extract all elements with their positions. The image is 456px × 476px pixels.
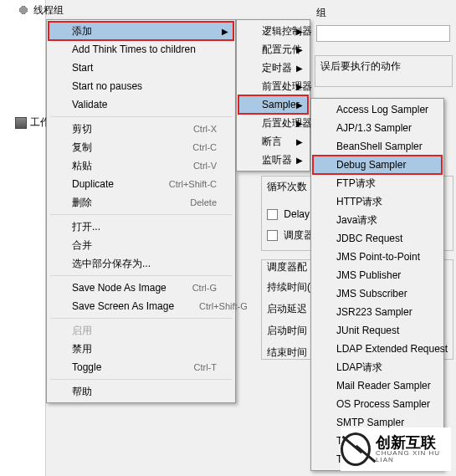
- menu-item-label: Access Log Sampler: [336, 104, 428, 115]
- menu-item-label: Validate: [72, 99, 217, 110]
- menu-item-label: JMS Publisher: [336, 269, 425, 281]
- sampler-menu-item-ldap-extended-request[interactable]: LDAP Extended Request: [313, 340, 442, 358]
- checkbox-icon: [267, 230, 278, 241]
- sampler-menu-item-access-log-sampler[interactable]: Access Log Sampler: [313, 100, 442, 119]
- menu-item-label: Add Think Times to children: [72, 44, 217, 55]
- add-menu-item-[interactable]: 逻辑控制器▶: [238, 22, 308, 40]
- sampler-menu-item-ldap[interactable]: LDAP请求: [313, 358, 442, 376]
- main-menu-item-[interactable]: 粘贴Ctrl-V: [49, 156, 233, 175]
- main-menu-item-[interactable]: 打开...: [49, 218, 233, 236]
- sampler-menu-item-jsr223-sampler[interactable]: JSR223 Sampler: [313, 303, 442, 321]
- menu-item-label: Duplicate: [72, 178, 144, 190]
- checkbox-icon: [267, 209, 278, 220]
- menu-separator: [50, 275, 232, 276]
- menu-item-label: JMS Point-to-Point: [336, 251, 425, 263]
- menu-item-label: Mail Reader Sampler: [336, 380, 431, 392]
- startup-delay-label: 启动延迟: [267, 302, 307, 316]
- tree-panel: [0, 0, 46, 476]
- sampler-menu-item-junit-request[interactable]: JUnit Request: [313, 321, 442, 340]
- menu-item-label: 粘贴: [72, 159, 168, 173]
- context-menu-sampler: Access Log SamplerAJP/1.3 SamplerBeanShe…: [310, 98, 444, 471]
- menu-item-label: 剪切: [72, 122, 168, 136]
- main-menu-item-start-no-pauses[interactable]: Start no pauses: [49, 77, 233, 95]
- menu-shortcut: Ctrl-V: [193, 161, 217, 171]
- main-menu-item-[interactable]: 添加▶: [49, 22, 233, 40]
- menu-shortcut: Ctrl-T: [194, 362, 218, 372]
- main-menu-item-[interactable]: 删除Delete: [49, 193, 233, 212]
- logo-watermark: 创新互联 CHUANG XIN HU LIAN: [341, 427, 451, 471]
- sampler-menu-item-ajp-1-3-sampler[interactable]: AJP/1.3 Sampler: [313, 119, 442, 137]
- menu-separator: [50, 214, 232, 215]
- chevron-right-icon: ▶: [296, 100, 303, 110]
- add-menu-item-[interactable]: 配置元件▶: [238, 40, 308, 59]
- add-menu-item-sampler[interactable]: Sampler▶: [238, 95, 308, 114]
- menu-item-label: JSR223 Sampler: [336, 306, 425, 318]
- main-menu-item-start[interactable]: Start: [49, 59, 233, 77]
- chevron-right-icon: ▶: [296, 45, 303, 54]
- gear-icon: [17, 3, 30, 17]
- menu-item-label: 选中部分保存为...: [72, 257, 217, 271]
- menu-item-label: Toggle: [72, 361, 169, 373]
- main-menu-item-[interactable]: 复制Ctrl-C: [49, 138, 233, 156]
- scheduler-label: 调度器: [284, 229, 314, 241]
- menu-separator: [50, 116, 232, 117]
- menu-shortcut: Delete: [190, 197, 217, 207]
- main-menu-item-[interactable]: 合并: [49, 236, 233, 254]
- start-time-label: 启动时间: [267, 324, 307, 338]
- sampler-menu-item-jms-publisher[interactable]: JMS Publisher: [313, 266, 442, 284]
- chevron-right-icon: ▶: [296, 137, 303, 146]
- menu-item-label: 断言: [262, 135, 291, 149]
- menu-item-label: Java请求: [336, 213, 425, 228]
- sampler-menu-item-beanshell-sampler[interactable]: BeanShell Sampler: [313, 137, 442, 156]
- add-menu-item-[interactable]: 监听器▶: [238, 151, 308, 169]
- menu-item-label: Debug Sampler: [336, 159, 425, 171]
- add-menu-item-[interactable]: 定时器▶: [238, 59, 308, 77]
- menu-item-label: HTTP请求: [336, 195, 425, 209]
- menu-item-label: 帮助: [72, 385, 217, 399]
- sampler-menu-item-http[interactable]: HTTP请求: [313, 192, 442, 211]
- chevron-right-icon: ▶: [296, 156, 303, 165]
- menu-item-label: Start no pauses: [72, 80, 217, 92]
- workbench-icon: [15, 117, 27, 129]
- sampler-menu-item-java[interactable]: Java请求: [313, 211, 442, 229]
- main-menu-item-save-node-as-image[interactable]: Save Node As ImageCtrl-G: [49, 279, 233, 297]
- add-menu-item-[interactable]: 后置处理器▶: [238, 114, 308, 132]
- sampler-menu-item-debug-sampler[interactable]: Debug Sampler: [313, 156, 442, 174]
- name-input-fragment[interactable]: [316, 25, 450, 42]
- main-menu-item-duplicate[interactable]: DuplicateCtrl+Shift-C: [49, 175, 233, 193]
- main-menu-item-[interactable]: 帮助: [49, 382, 233, 401]
- menu-shortcut: Ctrl+Shift-G: [199, 301, 248, 311]
- menu-item-label: LDAP Extended Request: [336, 343, 448, 355]
- main-menu-item-: 启用: [49, 321, 233, 340]
- menu-item-label: 添加: [72, 24, 217, 38]
- sampler-menu-item-ftp[interactable]: FTP请求: [313, 174, 442, 192]
- sampler-menu-item-jms-point-to-point[interactable]: JMS Point-to-Point: [313, 248, 442, 266]
- sampler-menu-item-mail-reader-sampler[interactable]: Mail Reader Sampler: [313, 376, 442, 395]
- main-menu-item-[interactable]: 选中部分保存为...: [49, 254, 233, 273]
- menu-item-label: 监听器: [262, 153, 292, 167]
- add-menu-item-[interactable]: 断言▶: [238, 132, 308, 151]
- menu-item-label: FTP请求: [336, 177, 425, 191]
- main-menu-item-[interactable]: 禁用: [49, 340, 233, 358]
- sampler-menu-item-jdbc-request[interactable]: JDBC Request: [313, 229, 442, 248]
- scheduler-checkbox[interactable]: 调度器: [267, 228, 314, 243]
- sampler-menu-item-jms-subscriber[interactable]: JMS Subscriber: [313, 284, 442, 303]
- error-action-group: 误后要执行的动作: [315, 55, 453, 87]
- menu-item-label: Sampler: [262, 99, 300, 110]
- menu-shortcut: Ctrl-C: [192, 142, 217, 152]
- main-menu-item-toggle[interactable]: ToggleCtrl-T: [49, 358, 233, 376]
- sampler-menu-item-os-process-sampler[interactable]: OS Process Sampler: [313, 395, 442, 413]
- main-menu-item-save-screen-as-image[interactable]: Save Screen As ImageCtrl+Shift-G: [49, 297, 233, 315]
- menu-item-label: 启用: [72, 324, 217, 338]
- add-menu-item-[interactable]: 前置处理器▶: [238, 77, 308, 95]
- main-menu-item-add-think-times-to-children[interactable]: Add Think Times to children: [49, 40, 233, 59]
- menu-shortcut: Ctrl-G: [192, 283, 217, 293]
- menu-item-label: Save Screen As Image: [72, 300, 174, 312]
- menu-item-label: 定时器: [262, 61, 292, 75]
- menu-item-label: JUnit Request: [336, 325, 425, 336]
- menu-item-label: 删除: [72, 196, 165, 210]
- main-menu-item-[interactable]: 剪切Ctrl-X: [49, 120, 233, 138]
- chevron-right-icon: ▶: [296, 64, 303, 73]
- menu-item-label: 后置处理器: [262, 116, 312, 131]
- main-menu-item-validate[interactable]: Validate: [49, 95, 233, 114]
